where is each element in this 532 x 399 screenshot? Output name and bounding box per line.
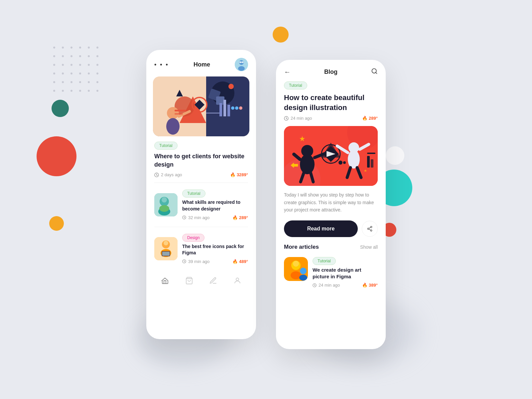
list-title-2: The best free icons pack for Figma (182, 243, 248, 256)
svg-rect-82 (371, 159, 373, 168)
nav-profile-icon[interactable] (233, 277, 241, 287)
avatar[interactable] (235, 58, 248, 71)
more-article-item-1[interactable]: Tutorial We create design art picture in… (276, 254, 386, 293)
blog-hero-image (284, 126, 378, 186)
svg-rect-30 (175, 113, 183, 115)
list-tag-2: Design (182, 234, 204, 242)
more-articles-label: More articles (284, 244, 319, 250)
svg-point-1 (239, 60, 244, 65)
divider-2 (154, 227, 248, 227)
svg-rect-18 (227, 105, 230, 116)
phones-container: • • • Home (146, 50, 386, 349)
featured-article-section: Tutorial Where to get clients for websit… (146, 136, 256, 180)
svg-line-41 (184, 217, 185, 218)
svg-point-2 (238, 66, 245, 71)
deco-teal-small (52, 100, 69, 117)
bottom-nav (146, 271, 256, 296)
deco-orange-top (273, 27, 289, 43)
svg-rect-29 (175, 110, 186, 111)
more-thumb-1 (284, 257, 308, 281)
featured-tag: Tutorial (154, 142, 178, 150)
featured-fires: 🔥 3289° (230, 172, 248, 177)
list-meta-2: 39 min ago 🔥 489° (182, 259, 248, 264)
clock-icon-1 (182, 215, 186, 219)
svg-point-15 (228, 84, 234, 89)
more-articles-header: More articles Show all (276, 244, 386, 250)
list-thumb-2 (154, 237, 178, 260)
featured-title[interactable]: Where to get clients for website design (154, 152, 248, 169)
svg-point-71 (338, 161, 342, 165)
svg-rect-16 (219, 103, 222, 116)
featured-time: 2 days ago (154, 172, 182, 177)
blog-header: ← Blog (276, 60, 386, 81)
deco-white-right (386, 146, 404, 165)
share-button[interactable] (362, 221, 378, 237)
list-meta-1: 32 min ago 🔥 289° (182, 215, 248, 220)
right-phone: ← Blog Tutorial How to create beautiful … (276, 60, 386, 349)
blog-fires: 🔥 289° (362, 116, 378, 121)
svg-point-64 (300, 154, 315, 174)
list-fires-2: 🔥 489° (232, 259, 248, 264)
svg-rect-81 (367, 156, 370, 168)
svg-point-87 (370, 230, 372, 231)
svg-point-38 (159, 205, 169, 212)
svg-line-89 (369, 227, 370, 228)
left-phone-title: Home (194, 61, 210, 68)
blog-tag: Tutorial (284, 81, 307, 89)
svg-rect-17 (223, 100, 226, 116)
blog-content: Tutorial How to create beautiful design … (276, 81, 386, 237)
svg-point-96 (299, 275, 307, 281)
svg-point-95 (300, 268, 307, 274)
left-phone: • • • Home (146, 50, 256, 339)
svg-point-72 (343, 161, 346, 164)
svg-point-44 (164, 241, 168, 245)
more-tag-1: Tutorial (313, 257, 336, 265)
more-meta-1: 24 min ago 🔥 389° (313, 283, 378, 288)
clock-icon-blog (284, 116, 289, 121)
more-title-1: We create design art picture in Figma (313, 267, 378, 280)
clock-icon-2 (182, 259, 186, 263)
read-more-row: Read more (284, 220, 378, 237)
list-tag-1: Tutorial (182, 190, 205, 198)
list-fires-1: 🔥 289° (232, 215, 248, 220)
menu-dots[interactable]: • • • (154, 61, 169, 68)
svg-line-54 (376, 72, 377, 74)
list-article-2[interactable]: Design The best free icons pack for Figm… (146, 230, 256, 268)
svg-rect-47 (162, 252, 170, 256)
clock-icon (154, 173, 159, 177)
search-icon[interactable] (371, 68, 378, 76)
svg-line-33 (157, 175, 158, 176)
svg-point-74 (348, 150, 360, 169)
svg-point-19 (231, 106, 234, 110)
svg-point-86 (367, 228, 369, 229)
svg-point-20 (235, 106, 238, 110)
svg-point-92 (293, 261, 299, 267)
svg-line-88 (369, 229, 370, 230)
clock-icon-more (313, 283, 317, 287)
svg-point-36 (162, 197, 167, 202)
list-content-1: Tutorial What skills are required to bec… (182, 190, 248, 220)
blog-article-meta: 24 min ago 🔥 289° (284, 116, 378, 121)
read-more-button[interactable]: Read more (284, 220, 358, 237)
svg-rect-83 (367, 153, 375, 154)
list-time-1: 32 min ago (182, 215, 209, 220)
svg-line-57 (286, 118, 287, 119)
blog-title: Blog (324, 68, 337, 75)
list-article-1[interactable]: Tutorial What skills are required to bec… (146, 186, 256, 224)
nav-home-icon[interactable] (161, 277, 169, 287)
list-time-2: 39 min ago (182, 259, 209, 264)
blog-time: 24 min ago (284, 116, 312, 121)
back-button[interactable]: ← (284, 68, 291, 76)
nav-cart-icon[interactable] (185, 277, 193, 287)
show-all-button[interactable]: Show all (360, 244, 378, 250)
featured-meta: 2 days ago 🔥 3289° (154, 172, 248, 177)
dot-grid (53, 47, 102, 95)
left-phone-header: • • • Home (146, 50, 256, 76)
blog-description: Today I will show you step by step how t… (284, 191, 378, 213)
nav-edit-icon[interactable] (209, 277, 217, 287)
svg-line-50 (184, 262, 185, 262)
deco-orange-small (49, 216, 64, 231)
more-time-1: 24 min ago (313, 283, 340, 288)
svg-point-52 (236, 278, 239, 281)
divider-1 (154, 183, 248, 183)
